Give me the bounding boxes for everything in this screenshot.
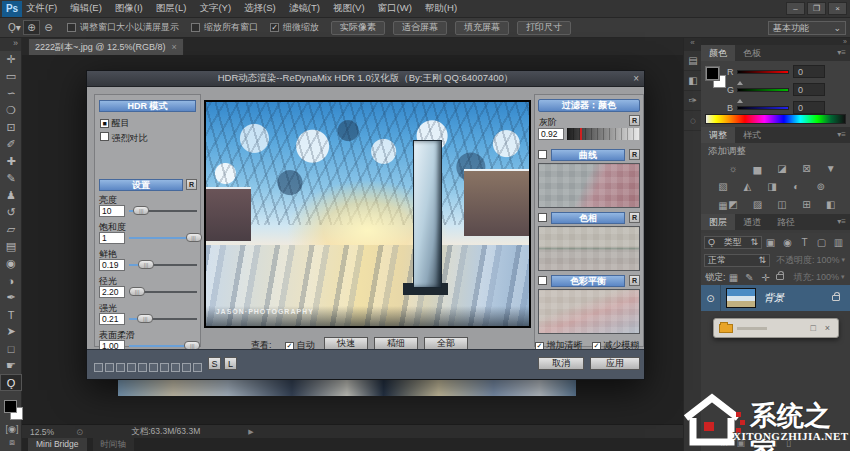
brush-panel-icon[interactable]: ✑ <box>684 91 702 111</box>
grayscale-value-field[interactable]: 0.92 <box>538 128 564 140</box>
color-balance-adjustment-icon[interactable]: ◭ <box>739 180 755 194</box>
checkbox-icon[interactable]: ✓ <box>270 23 279 32</box>
preset-slots[interactable] <box>94 358 204 376</box>
green-value-field[interactable]: 0 <box>793 83 825 96</box>
color-balance-reset-button[interactable]: R <box>629 275 640 286</box>
tab-paths[interactable]: 路径 <box>769 214 803 230</box>
brightness-adjustment-icon[interactable]: ☼ <box>725 162 741 176</box>
option-resize-windows[interactable]: 调整窗口大小以满屏显示 <box>67 21 179 34</box>
vividness-value-field[interactable]: 0.19 <box>99 259 125 271</box>
quick-mask-icon[interactable]: [◉] <box>2 424 22 434</box>
restore-icon[interactable]: ❐ <box>807 2 826 15</box>
settings-reset-button[interactable]: R <box>186 179 197 190</box>
radiance-slider[interactable]: ||| <box>129 286 197 298</box>
dialog-close-icon[interactable]: × <box>633 73 639 84</box>
tool-quick-select[interactable]: ❍ <box>0 102 22 119</box>
zoom-tool-icon[interactable]: Ǫ▾ <box>6 20 23 35</box>
layer-visibility-eye-icon[interactable]: ⊙ <box>701 285 721 311</box>
tool-blur[interactable]: ◉ <box>0 255 22 272</box>
workspace-switcher[interactable]: 基本功能 ⌄ <box>768 21 846 35</box>
filter-shape-layers-icon[interactable]: ▢ <box>815 235 828 249</box>
blue-value-field[interactable]: 0 <box>793 101 825 114</box>
tool-clone-stamp[interactable]: ♟ <box>0 187 22 204</box>
radiance-value-field[interactable]: 2.20 <box>99 286 125 298</box>
levels-adjustment-icon[interactable]: ▅ <box>749 162 765 176</box>
tool-eyedropper[interactable]: ✐ <box>0 136 22 153</box>
tool-crop[interactable]: ⊡ <box>0 119 22 136</box>
tool-type[interactable]: T <box>0 306 22 323</box>
zoom-in-icon[interactable]: ⊕ <box>23 20 40 35</box>
expand-dock-icon[interactable]: « <box>684 38 701 51</box>
zoom-out-icon[interactable]: ⊖ <box>40 20 57 35</box>
curves-checkbox[interactable] <box>538 150 547 159</box>
brightness-slider[interactable]: ||| <box>129 205 197 217</box>
green-slider[interactable] <box>737 88 789 92</box>
hue-reset-button[interactable]: R <box>629 212 640 223</box>
tab-timeline[interactable]: 时间轴 <box>93 438 135 451</box>
channel-mixer-adjustment-icon[interactable]: ⊚ <box>813 180 829 194</box>
tool-brush[interactable]: ✎ <box>0 170 22 187</box>
collapse-panel-icon[interactable]: » <box>0 38 21 51</box>
menu-type[interactable]: 文字(Y) <box>199 2 231 15</box>
tool-pen[interactable]: ✒ <box>0 289 22 306</box>
hue-thumbnail[interactable] <box>538 226 640 271</box>
option-zoom-all-windows[interactable]: 缩放所有窗口 <box>191 21 258 34</box>
filter-smart-objects-icon[interactable]: ▥ <box>832 235 845 249</box>
menu-help[interactable]: 帮助(H) <box>425 2 457 15</box>
tool-gradient[interactable]: ▤ <box>0 238 22 255</box>
foreground-color-swatch[interactable] <box>706 67 719 80</box>
screen-mode-icon[interactable]: ⧈ <box>2 437 22 448</box>
actual-pixels-button[interactable]: 实际像素 <box>331 21 385 35</box>
checkbox-icon[interactable] <box>67 23 76 32</box>
tool-path-select[interactable]: ➤ <box>0 323 22 340</box>
tab-layers[interactable]: 图层 <box>701 214 735 230</box>
blend-mode-dropdown[interactable]: 正常 ⇅ <box>704 254 770 267</box>
filter-pixel-layers-icon[interactable]: ▣ <box>764 235 777 249</box>
brightness-value-field[interactable]: 10 <box>99 205 125 217</box>
curves-reset-button[interactable]: R <box>629 149 640 160</box>
properties-panel-icon[interactable]: ◧ <box>684 71 702 91</box>
grayscale-gradient-slider[interactable] <box>567 128 640 140</box>
tool-eraser[interactable]: ▱ <box>0 221 22 238</box>
collapse-dock-icon[interactable]: » <box>701 38 850 45</box>
menu-view[interactable]: 视图(V) <box>333 2 365 15</box>
popup-close-icon[interactable]: × <box>825 323 830 333</box>
checkbox-icon[interactable] <box>191 23 200 32</box>
tab-swatches[interactable]: 色板 <box>735 45 769 61</box>
blue-slider[interactable] <box>737 106 789 110</box>
tool-move[interactable]: ✛ <box>0 51 22 68</box>
red-value-field[interactable]: 0 <box>793 65 825 78</box>
mode-option-vivid[interactable]: ■ 醒目 <box>100 117 130 130</box>
posterize-adjustment-icon[interactable]: ▨ <box>749 198 765 212</box>
exposure-adjustment-icon[interactable]: ⊠ <box>798 162 814 176</box>
minimize-icon[interactable]: – <box>786 2 805 15</box>
lock-position-icon[interactable]: ✛ <box>760 270 772 284</box>
fill-screen-button[interactable]: 填充屏幕 <box>455 21 509 35</box>
tool-zoom[interactable]: Ǫ <box>0 374 22 391</box>
red-slider[interactable] <box>737 70 789 74</box>
checkbox-icon[interactable]: ■ <box>100 119 109 128</box>
gradient-marker[interactable] <box>580 128 582 140</box>
layer-name[interactable]: 背景 <box>764 291 784 305</box>
zoom-level-field[interactable]: 12.5% <box>30 427 54 437</box>
lock-all-icon[interactable] <box>776 274 784 280</box>
document-image-edge[interactable] <box>118 380 576 396</box>
tool-lasso[interactable]: ∽ <box>0 85 22 102</box>
fill-value[interactable]: 100% <box>816 272 839 282</box>
menu-window[interactable]: 窗口(W) <box>378 2 412 15</box>
color-spectrum-bar[interactable] <box>705 114 846 124</box>
strong-light-value-field[interactable]: 0.21 <box>99 313 125 325</box>
curves-thumbnail[interactable] <box>538 163 640 208</box>
curves-adjustment-icon[interactable]: ◪ <box>774 162 790 176</box>
hdr-preview-image[interactable]: JASON·PHOTOGRAPHY <box>204 100 531 328</box>
tool-history-brush[interactable]: ↺ <box>0 204 22 221</box>
print-size-button[interactable]: 打印尺寸 <box>517 21 571 35</box>
gradient-map-adjustment-icon[interactable]: ◧ <box>823 198 839 212</box>
menu-edit[interactable]: 编辑(E) <box>70 2 102 15</box>
apply-button[interactable]: 应用 <box>590 357 640 370</box>
tab-mini-bridge[interactable]: Mini Bridge <box>28 438 87 451</box>
tool-dodge[interactable]: ◑ <box>0 272 22 289</box>
color-balance-checkbox[interactable] <box>538 276 547 285</box>
status-arrow-icon[interactable]: ▶ <box>248 428 253 436</box>
filter-type-layers-icon[interactable]: T <box>798 235 811 249</box>
